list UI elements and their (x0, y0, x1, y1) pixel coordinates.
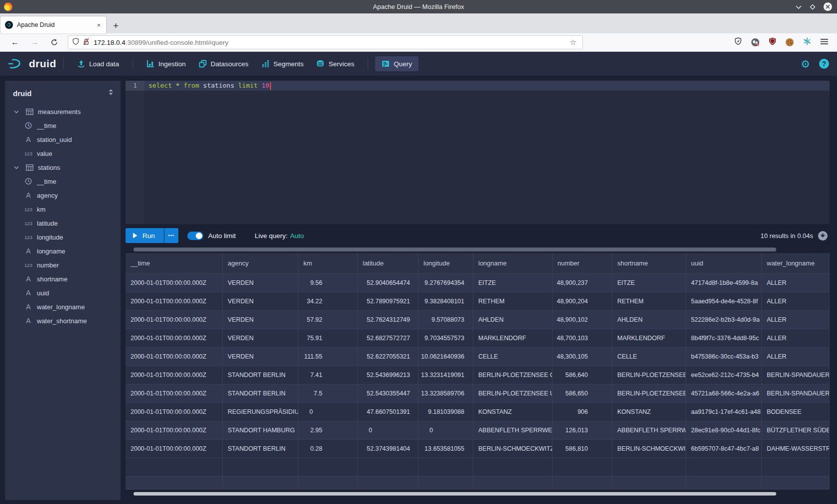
table-cell[interactable]: 52.5430355447 (358, 384, 418, 402)
bookmark-star-icon[interactable]: ☆ (568, 38, 578, 47)
table-cell[interactable]: 48,900,237 (553, 274, 612, 292)
table-cell[interactable]: 2000-01-01T00:00:00.000Z (126, 440, 223, 458)
table-cell[interactable]: 52.6827572727 (358, 329, 418, 347)
table-cell[interactable]: 9.181039088 (418, 403, 473, 421)
table-cell[interactable]: 13.653581055 (418, 440, 473, 458)
table-cell[interactable]: 52.3743981404 (358, 440, 418, 458)
table-cell[interactable]: 52.7890975921 (358, 292, 418, 310)
table-cell[interactable]: BERLIN-SPANDAUER-S (762, 384, 830, 402)
table-cell[interactable]: ALLER (762, 348, 830, 366)
close-icon[interactable] (824, 2, 832, 11)
table-cell[interactable]: 0 (298, 403, 358, 421)
table-cell[interactable]: VERDEN (223, 292, 298, 310)
table-cell[interactable]: ALLER (762, 311, 830, 329)
column-header-number[interactable]: number (553, 253, 612, 273)
column-header-uuid[interactable]: uuid (686, 253, 762, 273)
help-icon[interactable]: ? (819, 59, 829, 69)
table-cell[interactable]: 522286e2-b2b3-4d0d-9a (686, 311, 762, 329)
table-cell[interactable]: 7.5 (298, 384, 358, 402)
table-cell[interactable]: 9.7034557573 (418, 329, 473, 347)
table-cell[interactable]: 2.95 (298, 421, 358, 439)
table-cell[interactable]: 48,900,204 (553, 292, 612, 310)
column-header-longname[interactable]: longname (473, 253, 553, 273)
containers-extension-icon[interactable] (751, 38, 759, 46)
table-cell[interactable]: 2000-01-01T00:00:00.000Z (126, 348, 223, 366)
table-cell[interactable]: EITZE (612, 274, 686, 292)
tree-item-water_longname[interactable]: Awater_longname (5, 300, 121, 314)
tree-item-__time[interactable]: __time (5, 174, 121, 188)
nav-datasources[interactable]: Datasources (192, 56, 255, 71)
table-cell[interactable]: VERDEN (223, 348, 298, 366)
table-cell[interactable]: BERLIN-SCHMOECKWITZ (473, 440, 553, 458)
reload-icon[interactable] (45, 39, 64, 46)
table-cell[interactable]: 48,300,105 (553, 348, 612, 366)
tab-apache-druid[interactable]: Apache Druid × (0, 16, 106, 33)
table-cell[interactable]: 126,013 (553, 421, 612, 439)
auto-limit-toggle[interactable] (187, 232, 203, 240)
ublock-extension-icon[interactable] (769, 37, 776, 47)
table-cell[interactable]: VERDEN (223, 329, 298, 347)
nav-segments[interactable]: Segments (255, 56, 310, 71)
tree-item-__time[interactable]: __time (5, 119, 121, 132)
table-cell[interactable]: CELLE (473, 348, 553, 366)
table-cell[interactable]: AHLDEN (612, 311, 686, 329)
table-cell[interactable]: BERLIN-PLOETZENSEE U (612, 384, 686, 402)
nav-services[interactable]: Services (310, 56, 361, 71)
table-cell[interactable]: STANDORT BERLIN (223, 440, 298, 458)
tree-item-measurements[interactable]: measurements (5, 105, 121, 119)
table-cell[interactable]: KONSTANZ (612, 403, 686, 421)
table-cell[interactable]: BERLIN-PLOETZENSEE C (473, 366, 553, 384)
sort-icon[interactable] (108, 89, 114, 98)
table-cell[interactable]: REGIERUNGSPRÄSIDIUM (223, 403, 298, 421)
table-bottom-scrollbar[interactable] (126, 492, 830, 496)
scrollbar-thumb[interactable] (134, 492, 776, 496)
table-cell[interactable]: BÜTZFLETHER SÜDERE (762, 421, 830, 439)
menu-hamburger-icon[interactable] (821, 38, 828, 47)
table-cell[interactable]: 906 (553, 403, 612, 421)
table-cell[interactable]: BERLIN-PLOETZENSEE C (612, 366, 686, 384)
table-cell[interactable]: VERDEN (223, 274, 298, 292)
nav-ingestion[interactable]: Ingestion (140, 56, 192, 71)
druid-brand[interactable]: druid (8, 57, 56, 70)
tree-item-longitude[interactable]: 123longitude (5, 230, 121, 244)
table-cell[interactable]: 2000-01-01T00:00:00.000Z (126, 366, 223, 384)
minimize-icon[interactable] (796, 5, 802, 9)
table-cell[interactable]: 47.6607501391 (358, 403, 418, 421)
table-cell[interactable]: aa9179c1-17ef-4c61-a48 (686, 403, 762, 421)
table-cell[interactable]: 0.28 (298, 440, 358, 458)
table-cell[interactable]: ALLER (762, 274, 830, 292)
table-cell[interactable]: 52.9040654474 (358, 274, 418, 292)
theme-asterisk-icon[interactable] (803, 37, 811, 47)
column-header-latitude[interactable]: latitude (358, 253, 418, 273)
url-text[interactable]: 172.18.0.4:30899/unified-console.html#qu… (94, 39, 568, 46)
table-cell[interactable]: b475386c-30cc-453a-b3 (686, 348, 762, 366)
new-tab-button[interactable]: + (113, 21, 119, 30)
table-cell[interactable]: 6b595707-8c47-4bc7-a8 (686, 440, 762, 458)
table-cell[interactable]: STANDORT BERLIN (223, 384, 298, 402)
maximize-icon[interactable] (810, 4, 816, 10)
table-cell[interactable]: 52.6227055321 (358, 348, 418, 366)
table-cell[interactable]: BERLIN-PLOETZENSEE U (473, 384, 553, 402)
table-cell[interactable]: ABBENFLETH SPERRWER (612, 421, 686, 439)
tree-item-km[interactable]: 123km (5, 202, 121, 216)
column-header-longitude[interactable]: longitude (418, 253, 473, 273)
table-cell[interactable]: 2000-01-01T00:00:00.000Z (126, 403, 223, 421)
table-cell[interactable]: 9.57088073 (418, 311, 473, 329)
column-header-shortname[interactable]: shortname (612, 253, 686, 273)
table-cell[interactable]: VERDEN (223, 311, 298, 329)
table-cell[interactable]: AHLDEN (473, 311, 553, 329)
table-cell[interactable]: 5aaed954-de4e-4528-8f (686, 292, 762, 310)
table-cell[interactable]: ABBENFLETH SPERRWER (473, 421, 553, 439)
back-button[interactable]: ← (5, 38, 25, 47)
tree-item-agency[interactable]: Aagency (5, 188, 121, 202)
table-cell[interactable]: 2000-01-01T00:00:00.000Z (126, 274, 223, 292)
table-cell[interactable]: CELLE (612, 348, 686, 366)
query-code-line[interactable]: select * from stations limit 10 (144, 81, 830, 91)
table-cell[interactable]: 52.5436996213 (358, 366, 418, 384)
table-cell[interactable]: ee52ce62-212c-4735-b4 (686, 366, 762, 384)
live-query-value[interactable]: Auto (290, 232, 304, 240)
tree-item-station_uuid[interactable]: Astation_uuid (5, 132, 121, 146)
run-button[interactable]: Run (126, 228, 164, 243)
table-cell[interactable]: DAHME-WASSERSTRAS (762, 440, 830, 458)
table-cell[interactable]: 28ec91e8-90c0-44d1-8fc (686, 421, 762, 439)
